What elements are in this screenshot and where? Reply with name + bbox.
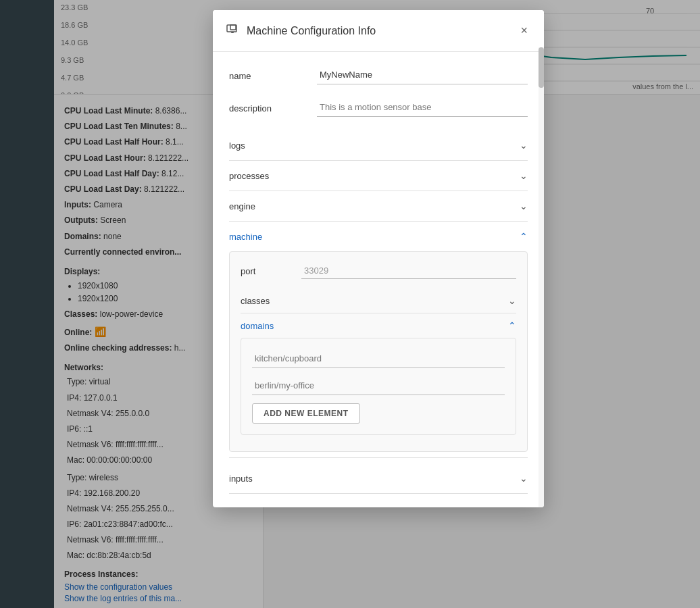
classes-dropdown[interactable]: classes ⌄: [241, 288, 516, 313]
port-label: port: [241, 266, 301, 276]
description-form-row: description: [229, 98, 528, 117]
processes-accordion-header[interactable]: processes ⌄: [229, 161, 528, 191]
machine-accordion-label: machine: [229, 232, 262, 242]
domains-header[interactable]: domains ⌃: [241, 313, 516, 338]
modal-icon: [226, 24, 240, 38]
domain-input-1[interactable]: [252, 349, 505, 368]
svg-rect-6: [227, 25, 236, 32]
description-input[interactable]: [317, 98, 528, 117]
modal-header: Machine Configuration Info ×: [213, 10, 544, 52]
processes-accordion: processes ⌄: [229, 161, 528, 191]
engine-accordion: engine ⌄: [229, 191, 528, 222]
description-label: description: [229, 98, 317, 113]
processes-chevron-down-icon: ⌄: [520, 170, 528, 181]
processes-accordion-label: processes: [229, 171, 269, 181]
domain-input-2[interactable]: [252, 376, 505, 395]
logs-accordion-label: logs: [229, 141, 245, 151]
classes-chevron-down-icon: ⌄: [508, 295, 516, 306]
engine-chevron-down-icon: ⌄: [520, 201, 528, 211]
machine-content: port classes ⌄ domains ⌃: [229, 251, 528, 452]
logs-accordion: logs ⌄: [229, 130, 528, 161]
svg-rect-7: [230, 25, 236, 30]
domains-section: domains ⌃ ADD NEW ELEMENT: [241, 313, 516, 435]
add-new-element-button[interactable]: ADD NEW ELEMENT: [252, 403, 360, 424]
name-label: name: [229, 66, 317, 81]
modal-dialog: Machine Configuration Info × name descri…: [213, 10, 544, 507]
machine-chevron-up-icon: ⌃: [520, 231, 528, 242]
logs-accordion-header[interactable]: logs ⌄: [229, 130, 528, 160]
domains-label: domains: [241, 321, 274, 331]
machine-accordion: machine ⌃ port classes ⌄ domain: [229, 222, 528, 458]
name-input[interactable]: [317, 66, 528, 84]
domains-chevron-up-icon: ⌃: [508, 320, 516, 331]
engine-accordion-label: engine: [229, 201, 255, 211]
description-input-wrap: [317, 98, 528, 117]
monitor-icon: [226, 24, 240, 35]
inputs-accordion-header[interactable]: inputs ⌄: [229, 463, 528, 493]
port-input[interactable]: [301, 263, 516, 279]
classes-dropdown-label: classes: [241, 296, 508, 306]
modal-title: Machine Configuration Info: [247, 25, 518, 37]
port-form-row: port: [241, 263, 516, 279]
logs-chevron-down-icon: ⌄: [520, 140, 528, 151]
name-form-row: name: [229, 66, 528, 84]
modal-scrollbar-track: [539, 47, 544, 507]
engine-accordion-header[interactable]: engine ⌄: [229, 191, 528, 221]
inputs-chevron-down-icon: ⌄: [520, 473, 528, 484]
name-input-wrap: [317, 66, 528, 84]
inputs-accordion: inputs ⌄: [229, 463, 528, 494]
modal-scrollbar-thumb[interactable]: [539, 47, 544, 88]
machine-accordion-header[interactable]: machine ⌃: [229, 222, 528, 251]
modal-body: name description logs ⌄ processes ⌄: [213, 52, 544, 507]
inputs-accordion-label: inputs: [229, 474, 253, 484]
close-button[interactable]: ×: [518, 21, 530, 41]
